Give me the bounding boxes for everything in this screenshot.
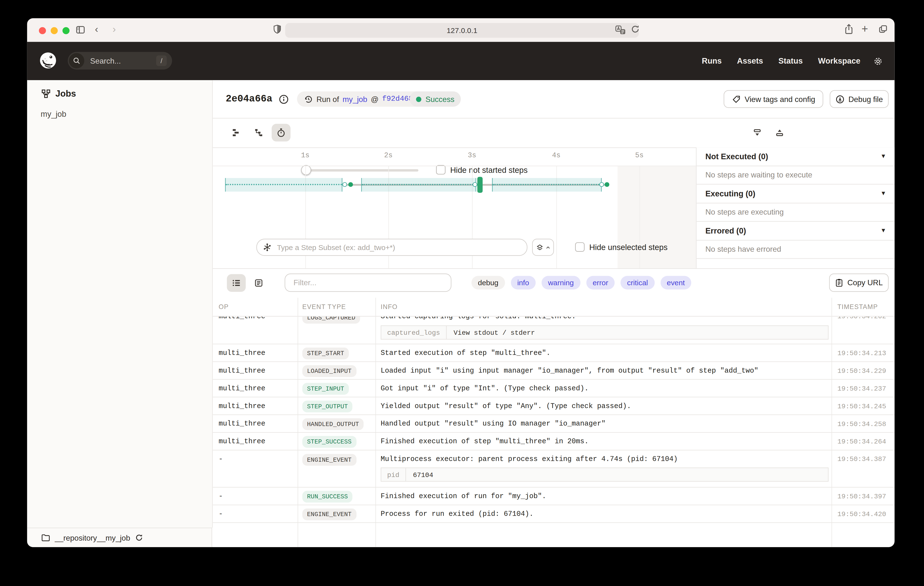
level-badge-event[interactable]: event xyxy=(660,276,691,290)
gantt-marker-bar[interactable] xyxy=(477,177,483,193)
row-event-tag: STEP_START xyxy=(302,347,349,359)
row-op: multi_three xyxy=(219,384,294,392)
level-badge-warning[interactable]: warning xyxy=(541,276,581,290)
nav-item-runs[interactable]: Runs xyxy=(702,56,722,65)
panel-section-errored[interactable]: Errored (0) ▼ xyxy=(696,222,894,240)
info-icon[interactable] xyxy=(279,94,289,104)
step-subset-input[interactable] xyxy=(276,243,527,252)
forward-icon[interactable]: › xyxy=(112,23,116,35)
panel-section-not-executed[interactable]: Not Executed (0) ▼ xyxy=(696,147,894,166)
minimize-window-button[interactable] xyxy=(51,27,58,34)
privacy-shield-icon[interactable] xyxy=(273,24,282,34)
close-window-button[interactable] xyxy=(39,27,46,34)
row-op: multi_three xyxy=(219,437,294,445)
meta-key: captured_logs xyxy=(381,326,447,339)
global-search[interactable]: Search... / xyxy=(68,52,172,70)
gantt-marker-open[interactable] xyxy=(473,182,477,187)
dagster-logo-icon[interactable] xyxy=(38,51,58,71)
gantt-marker-dot[interactable] xyxy=(348,182,353,187)
nav-item-workspace[interactable]: Workspace xyxy=(818,56,860,65)
meta-value: 67104 xyxy=(406,471,433,478)
browser-window: ‹ › 127.0.0.1 + xyxy=(27,18,894,547)
zoom-window-button[interactable] xyxy=(63,27,69,34)
gantt-marker-open[interactable] xyxy=(599,182,604,187)
log-structured-view-button[interactable] xyxy=(249,274,268,292)
share-icon[interactable] xyxy=(844,23,854,35)
level-badge-info[interactable]: info xyxy=(511,276,536,290)
collapse-panel-button[interactable] xyxy=(748,124,767,142)
row-op: multi_three xyxy=(219,419,294,428)
run-of-label: Run of xyxy=(317,95,339,103)
row-info: Finished execution of step "multi_three"… xyxy=(381,437,828,445)
clipboard-icon xyxy=(835,278,843,287)
meta-value[interactable]: View stdout / stderr xyxy=(447,329,535,336)
back-icon[interactable]: ‹ xyxy=(95,23,98,35)
axis-tick: 2s xyxy=(384,151,393,160)
level-badge-debug[interactable]: debug xyxy=(472,276,505,290)
debug-file-button[interactable]: Debug file xyxy=(830,90,889,108)
log-list[interactable]: multi_three LOGS_CAPTURED Started captur… xyxy=(213,316,894,547)
table-row[interactable]: - RUN_SUCCESS Finished execution of run … xyxy=(213,487,894,505)
table-row[interactable]: - ENGINE_EVENT Process for run exited (p… xyxy=(213,505,894,523)
gantt-span-2[interactable] xyxy=(361,178,476,192)
pid-box: pid 67104 xyxy=(381,468,828,482)
row-event-tag: ENGINE_EVENT xyxy=(302,454,356,466)
row-event-tag: LOADED_INPUT xyxy=(302,365,356,377)
table-row[interactable]: multi_three LOGS_CAPTURED Started captur… xyxy=(213,316,894,344)
table-row[interactable]: multi_three LOADED_INPUT Loaded input "i… xyxy=(213,362,894,380)
gantt-offrange-region xyxy=(617,166,696,268)
sidebar-toggle-icon[interactable] xyxy=(76,25,86,35)
level-badge-error[interactable]: error xyxy=(586,276,615,290)
panel-section-executing[interactable]: Executing (0) ▼ xyxy=(696,184,894,204)
nav-item-status[interactable]: Status xyxy=(779,56,803,65)
view-waterfall-button[interactable] xyxy=(249,124,268,142)
hide-unselected-checkbox[interactable] xyxy=(575,242,584,252)
row-op: - xyxy=(219,510,294,518)
gantt-span-1[interactable] xyxy=(225,178,342,192)
top-nav: Runs Assets Status Workspace xyxy=(702,42,860,80)
repository-name[interactable]: __repository__my_job xyxy=(55,533,130,542)
table-row[interactable]: multi_three STEP_START Started execution… xyxy=(213,344,894,362)
nav-item-assets[interactable]: Assets xyxy=(737,56,763,65)
table-row[interactable]: multi_three HANDLED_OUTPUT Handled outpu… xyxy=(213,415,894,433)
axis-tick: 4s xyxy=(552,151,561,160)
gantt-marker-open[interactable] xyxy=(342,182,347,187)
table-row[interactable]: multi_three STEP_OUTPUT Yielded output "… xyxy=(213,397,894,415)
gantt-span-3[interactable] xyxy=(492,178,602,192)
view-timed-button[interactable] xyxy=(272,124,291,142)
reload-icon[interactable] xyxy=(630,24,640,34)
copy-url-button[interactable]: Copy URL xyxy=(829,273,889,292)
captured-logs-box[interactable]: captured_logs View stdout / stderr xyxy=(381,326,828,339)
log-filter-input[interactable] xyxy=(292,278,451,288)
translate-icon[interactable] xyxy=(615,25,626,35)
new-tab-icon[interactable]: + xyxy=(861,22,868,35)
panel-empty-text: No steps are waiting to execute xyxy=(696,166,894,179)
axis-tick: 3s xyxy=(468,151,476,160)
log-list-view-button[interactable] xyxy=(227,274,246,292)
url-bar[interactable]: 127.0.0.1 xyxy=(285,23,639,38)
level-badge-critical[interactable]: critical xyxy=(621,276,654,290)
panel-empty-row: No steps are executing xyxy=(696,204,894,222)
row-event-tag: RUN_SUCCESS xyxy=(302,491,353,503)
row-op: - xyxy=(219,492,294,500)
row-event-tag: LOGS_CAPTURED xyxy=(302,316,360,324)
row-info: Yielded output "result" of type "Any". (… xyxy=(381,402,828,410)
screen: ‹ › 127.0.0.1 + xyxy=(0,0,924,586)
job-link[interactable]: my_job xyxy=(343,95,367,103)
run-of-pill: Run of my_job @ f92d468a xyxy=(297,91,425,107)
row-timestamp: 19:50:34.387 xyxy=(837,455,893,463)
tab-overview-icon[interactable] xyxy=(878,24,888,34)
apply-subset-button[interactable] xyxy=(532,239,554,256)
table-row[interactable]: - ENGINE_EVENT Multiprocess executor: pa… xyxy=(213,450,894,487)
sidebar-item-my-job[interactable]: my_job xyxy=(41,110,66,118)
view-flat-button[interactable] xyxy=(227,124,246,142)
reload-repository-icon[interactable] xyxy=(135,533,143,542)
table-row[interactable]: multi_three STEP_SUCCESS Finished execut… xyxy=(213,433,894,450)
settings-gear-icon[interactable] xyxy=(873,56,883,66)
row-timestamp: 19:50:34.245 xyxy=(837,402,893,410)
expand-panel-button[interactable] xyxy=(770,124,789,142)
table-row[interactable]: multi_three STEP_INPUT Got input "i" of … xyxy=(213,380,894,397)
gantt-marker-dot[interactable] xyxy=(605,182,609,187)
row-event-tag: STEP_SUCCESS xyxy=(302,436,356,448)
view-tags-config-button[interactable]: View tags and config xyxy=(724,90,823,108)
